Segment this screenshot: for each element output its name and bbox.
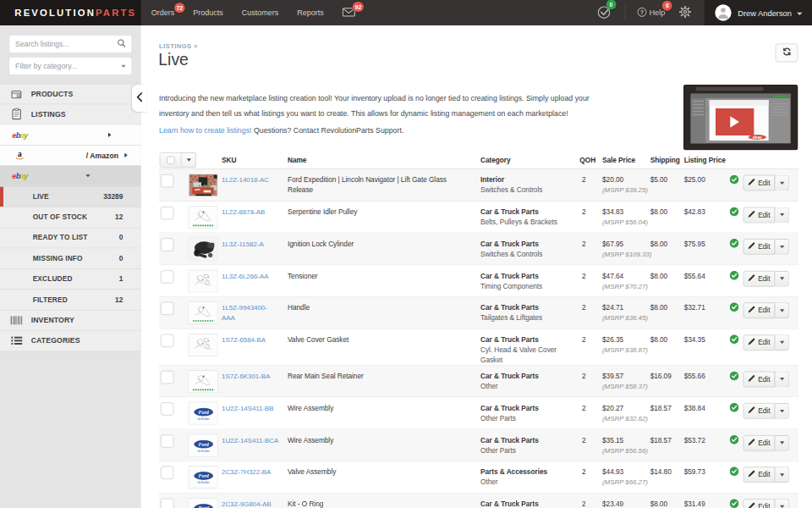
edit-button[interactable]: Edit — [743, 435, 775, 451]
nav-item-customers[interactable]: Customers — [242, 8, 279, 17]
edit-button[interactable]: Edit — [743, 271, 775, 287]
sku-link[interactable]: 1L2Z-8678-AB — [222, 207, 280, 217]
search-input[interactable]: Search listings... — [9, 36, 131, 52]
sale-price: $67.95 — [602, 239, 681, 249]
breadcrumb[interactable]: LISTINGS > — [159, 42, 198, 49]
sidebar-item-live[interactable]: LIVE 33289 — [0, 186, 141, 207]
sku-link[interactable]: 1L2Z-14018-AC — [222, 175, 280, 185]
sidebar-item-listings[interactable]: LISTINGS — [0, 104, 141, 124]
create-listings-link[interactable]: Learn how to create listings! — [159, 126, 251, 135]
help-button[interactable]: ? Help 6 — [637, 7, 665, 18]
edit-menu-button[interactable] — [775, 302, 789, 318]
edit-button[interactable]: Edit — [743, 175, 775, 191]
column-header-sku[interactable]: SKU — [222, 157, 236, 164]
row-checkbox[interactable] — [161, 402, 173, 415]
qoh-value: 2 — [582, 271, 586, 281]
category-primary: Car & Truck Parts — [480, 334, 578, 345]
sidebar-item-products[interactable]: PRODUCTS — [0, 84, 141, 104]
edit-button[interactable]: Edit — [743, 239, 775, 255]
edit-button[interactable]: Edit — [743, 302, 775, 318]
edit-button[interactable]: Edit — [743, 334, 775, 351]
status-ok-icon — [730, 467, 739, 478]
category-filter-select[interactable]: Filter by category... — [9, 58, 131, 75]
sidebar-item-categories[interactable]: CATEGORIES — [0, 331, 141, 351]
row-checkbox[interactable] — [161, 302, 173, 315]
sku-link[interactable]: 1U2Z-14S411-BB — [222, 403, 280, 413]
edit-menu-button[interactable] — [775, 207, 789, 223]
sidebar-item-ebay-expanded[interactable]: ebay — [0, 166, 141, 186]
row-checkbox[interactable] — [161, 238, 173, 251]
sku-link[interactable]: 1L3Z-6L266-AA — [222, 271, 280, 281]
sku-link[interactable]: 1S7Z-6K301-BA — [222, 371, 280, 381]
sidebar-item-amazon[interactable]: a / Amazon — [0, 146, 141, 166]
sidebar-item-filtered[interactable]: FILTERED 12 — [0, 290, 141, 310]
sku-link[interactable]: 1L5Z-9943400-AAA — [222, 302, 280, 323]
sidebar-item-ebay-collapsed[interactable]: ebay — [0, 124, 141, 145]
msrp: (MSRP $56.04) — [602, 217, 681, 227]
edit-split-button: Edit — [743, 499, 789, 508]
sku-link[interactable]: 1S7Z-6584-BA — [222, 334, 280, 345]
edit-menu-button[interactable] — [775, 239, 789, 255]
user-menu[interactable]: Drew Anderson — [705, 0, 812, 25]
edit-menu-button[interactable] — [775, 371, 789, 387]
sidebar-item-ready-to-list[interactable]: READY TO LIST 0 — [0, 228, 141, 248]
msrp: (MSRP $109.33) — [602, 249, 681, 259]
edit-button[interactable]: Edit — [743, 403, 775, 419]
select-menu-button[interactable] — [182, 152, 196, 168]
edit-menu-button[interactable] — [775, 499, 789, 508]
select-all-checkbox[interactable] — [160, 152, 182, 168]
edit-split-button: Edit — [743, 334, 789, 351]
nav-item-orders[interactable]: Orders72 — [151, 8, 175, 17]
edit-menu-button[interactable] — [775, 467, 789, 483]
row-checkbox[interactable] — [161, 498, 173, 508]
nav-item-messages[interactable]: 92 — [343, 7, 355, 18]
column-header-listing-price[interactable]: Listing Price — [684, 157, 726, 164]
column-header-shipping[interactable]: Shipping — [650, 157, 680, 164]
nav-item-reports[interactable]: Reports — [297, 8, 324, 17]
settings-button[interactable] — [678, 5, 692, 21]
brand-logo[interactable]: REVOLUTIONPARTS — [0, 0, 141, 25]
edit-menu-button[interactable] — [775, 435, 789, 451]
edit-label: Edit — [758, 407, 770, 415]
edit-button[interactable]: Edit — [743, 371, 775, 387]
refresh-button[interactable] — [776, 43, 798, 62]
qoh-value: 2 — [582, 499, 586, 508]
sku-link[interactable]: 1U2Z-14S411-BCA — [222, 435, 280, 445]
row-checkbox[interactable] — [161, 467, 173, 479]
sku-link[interactable]: 1L3Z-11582-A — [222, 239, 280, 249]
column-header-sale-price[interactable]: Sale Price — [602, 157, 635, 164]
sale-price-cell: $24.71 (MSRP $36.45) — [602, 302, 681, 323]
row-checkbox[interactable] — [161, 371, 173, 384]
sidebar-item-missing-info[interactable]: MISSING INFO 0 — [0, 248, 141, 268]
column-header-qoh[interactable]: QOH — [579, 157, 595, 164]
category-primary: Car & Truck Parts — [480, 271, 578, 281]
nav-item-products[interactable]: Products — [193, 8, 223, 17]
edit-button[interactable]: Edit — [743, 207, 775, 223]
sale-price: $24.71 — [602, 302, 681, 312]
edit-menu-button[interactable] — [775, 175, 789, 191]
sku-link[interactable]: 2C3Z-9G804-AB — [222, 499, 280, 508]
sku-link[interactable]: 2C3Z-7H322-BA — [222, 467, 280, 477]
row-checkbox[interactable] — [161, 434, 173, 447]
sidebar-item-excluded[interactable]: EXCLUDED 1 — [0, 269, 141, 290]
column-header-category[interactable]: Category — [480, 157, 511, 164]
sidebar-collapse-toggle[interactable] — [132, 85, 146, 112]
edit-button[interactable]: Edit — [743, 499, 775, 508]
sidebar-item-inventory[interactable]: INVENTORY — [0, 310, 141, 330]
sidebar-item-out-of-stock[interactable]: OUT OF STOCK 12 — [0, 207, 141, 228]
edit-button[interactable]: Edit — [743, 467, 775, 483]
tasks-button[interactable]: 0 — [597, 4, 612, 21]
edit-menu-button[interactable] — [775, 271, 789, 287]
edit-menu-button[interactable] — [775, 403, 789, 419]
user-name: Drew Anderson — [738, 8, 792, 18]
row-checkbox[interactable] — [161, 207, 173, 219]
tutorial-video-thumbnail[interactable]: ebay — [683, 85, 798, 150]
sidebar-item-label: LISTINGS — [31, 110, 66, 119]
category-secondary: Other Parts — [480, 413, 578, 423]
row-checkbox[interactable] — [161, 270, 173, 283]
edit-menu-button[interactable] — [775, 334, 789, 351]
column-header-name[interactable]: Name — [288, 157, 306, 164]
nav-item-label: Customers — [242, 8, 279, 17]
row-checkbox[interactable] — [161, 334, 173, 346]
row-checkbox[interactable] — [161, 174, 173, 187]
